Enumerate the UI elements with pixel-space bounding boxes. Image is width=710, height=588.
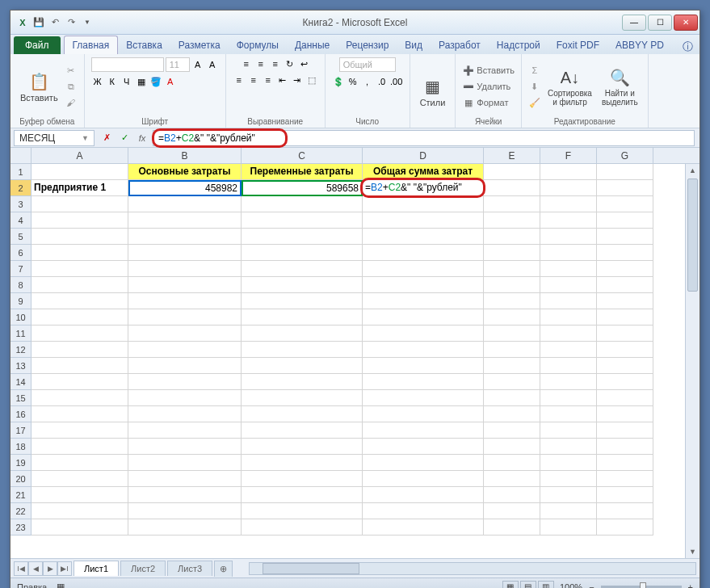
fill-color-icon[interactable]: 🪣 xyxy=(149,75,162,88)
cell[interactable] xyxy=(363,293,484,309)
cell[interactable] xyxy=(242,422,363,439)
cell-f1[interactable] xyxy=(540,164,597,180)
cell[interactable] xyxy=(128,455,242,471)
cell[interactable] xyxy=(363,390,484,406)
cell[interactable] xyxy=(128,293,242,309)
align-center-icon[interactable]: ≡ xyxy=(247,74,260,86)
cell[interactable] xyxy=(540,212,597,229)
align-top-icon[interactable]: ≡ xyxy=(240,57,253,70)
cell[interactable] xyxy=(32,358,128,374)
cell[interactable] xyxy=(597,229,653,245)
cell[interactable] xyxy=(32,390,128,406)
cell[interactable] xyxy=(540,390,597,406)
cell[interactable] xyxy=(128,374,242,390)
cell[interactable] xyxy=(242,503,363,519)
insert-cells-icon[interactable]: ➕ xyxy=(462,64,475,77)
cell[interactable] xyxy=(32,439,128,455)
view-layout-icon[interactable]: ▤ xyxy=(520,581,536,589)
scroll-down-icon[interactable]: ▼ xyxy=(686,545,699,558)
cell[interactable] xyxy=(363,229,484,245)
cancel-formula-icon[interactable]: ✗ xyxy=(99,131,114,145)
increase-decimal-icon[interactable]: .0 xyxy=(376,75,389,88)
align-bottom-icon[interactable]: ≡ xyxy=(269,57,282,70)
row-header-12[interactable]: 12 xyxy=(11,342,31,358)
sort-filter-button[interactable]: A↓ Сортировка и фильтр xyxy=(544,65,595,108)
row-header-9[interactable]: 9 xyxy=(11,293,31,309)
cell[interactable] xyxy=(363,422,484,439)
comma-icon[interactable]: , xyxy=(361,75,374,88)
cell[interactable] xyxy=(540,487,597,503)
minimize-button[interactable]: — xyxy=(622,15,646,31)
zoom-handle[interactable] xyxy=(640,582,646,589)
save-icon[interactable]: 💾 xyxy=(32,15,46,30)
delete-cells-icon[interactable]: ➖ xyxy=(462,80,475,93)
cell[interactable] xyxy=(484,487,540,503)
cell[interactable] xyxy=(32,309,128,326)
cell[interactable] xyxy=(242,406,363,422)
tab-layout[interactable]: Разметка xyxy=(170,36,229,54)
row-header-19[interactable]: 19 xyxy=(11,455,31,471)
cell[interactable] xyxy=(32,277,128,293)
tab-insert[interactable]: Вставка xyxy=(118,36,170,54)
orientation-icon[interactable]: ↻ xyxy=(284,57,296,70)
close-button[interactable]: ✕ xyxy=(674,15,698,31)
col-header-c[interactable]: C xyxy=(242,148,363,163)
cell-a2[interactable]: Предприятие 1 xyxy=(32,180,128,196)
col-header-f[interactable]: F xyxy=(540,148,597,163)
percent-icon[interactable]: % xyxy=(347,75,359,88)
cell[interactable] xyxy=(128,326,242,342)
cell[interactable] xyxy=(128,390,242,406)
cell[interactable] xyxy=(32,503,128,519)
cell[interactable] xyxy=(242,326,363,342)
row-header-4[interactable]: 4 xyxy=(11,212,31,229)
cell[interactable] xyxy=(484,374,540,390)
cell-g1[interactable] xyxy=(597,164,653,180)
cell[interactable] xyxy=(540,358,597,374)
merge-icon[interactable]: ⬚ xyxy=(305,74,318,86)
cell[interactable] xyxy=(484,261,540,277)
maximize-button[interactable]: ☐ xyxy=(648,15,672,31)
find-select-button[interactable]: 🔍 Найти и выделить xyxy=(599,65,641,108)
cell[interactable] xyxy=(597,245,653,261)
decrease-decimal-icon[interactable]: .00 xyxy=(390,75,403,88)
insert-cells-label[interactable]: Вставить xyxy=(477,65,515,75)
select-all-corner[interactable] xyxy=(11,148,32,164)
cell[interactable] xyxy=(32,374,128,390)
sheet-nav-next-icon[interactable]: ▶ xyxy=(43,561,57,576)
cell[interactable] xyxy=(128,503,242,519)
cell[interactable] xyxy=(242,471,363,487)
cell[interactable] xyxy=(32,422,128,439)
cell[interactable] xyxy=(540,293,597,309)
cell[interactable] xyxy=(32,229,128,245)
cell[interactable] xyxy=(540,422,597,439)
cell[interactable] xyxy=(363,406,484,422)
cell[interactable] xyxy=(484,406,540,422)
sheet-tab-1[interactable]: Лист1 xyxy=(74,561,119,576)
cell[interactable] xyxy=(242,277,363,293)
cell[interactable] xyxy=(484,358,540,374)
cell[interactable] xyxy=(242,245,363,261)
cell[interactable] xyxy=(597,455,653,471)
row-header-21[interactable]: 21 xyxy=(11,487,31,503)
cell[interactable] xyxy=(484,326,540,342)
shrink-font-icon[interactable]: A xyxy=(206,58,219,71)
currency-icon[interactable]: 💲 xyxy=(332,75,345,88)
cell[interactable] xyxy=(363,503,484,519)
cell[interactable] xyxy=(540,406,597,422)
cell[interactable] xyxy=(363,487,484,503)
tab-abbyy[interactable]: ABBYY PD xyxy=(607,36,672,54)
name-box-dropdown-icon[interactable]: ▼ xyxy=(82,134,89,142)
cell-e1[interactable] xyxy=(484,164,540,180)
sheet-tab-3[interactable]: Лист3 xyxy=(167,561,212,576)
cell[interactable] xyxy=(540,342,597,358)
bold-icon[interactable]: Ж xyxy=(91,75,104,88)
cell[interactable] xyxy=(597,342,653,358)
cut-icon[interactable]: ✂ xyxy=(65,64,78,77)
col-header-g[interactable]: G xyxy=(597,148,653,163)
macro-record-icon[interactable]: ▦ xyxy=(57,582,65,588)
tab-home[interactable]: Главная xyxy=(64,36,119,54)
zoom-in-icon[interactable]: + xyxy=(688,582,693,589)
zoom-level[interactable]: 100% xyxy=(560,582,582,589)
tab-developer[interactable]: Разработ xyxy=(431,36,489,54)
cell[interactable] xyxy=(484,422,540,439)
